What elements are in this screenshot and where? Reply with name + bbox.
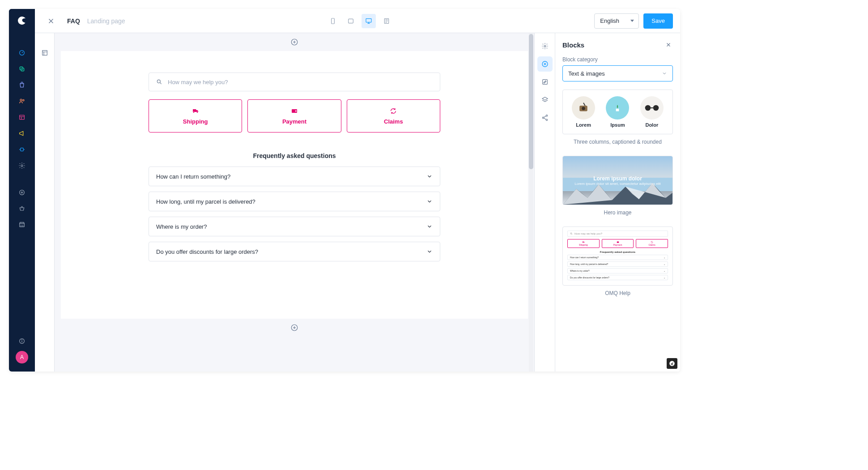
hero-subtitle: Lorem ipsum dolor sit amet, consectetur … bbox=[574, 182, 661, 186]
svg-point-59 bbox=[582, 107, 585, 111]
block-category-select[interactable]: Text & images bbox=[562, 65, 673, 81]
device-mobile-button[interactable] bbox=[326, 14, 340, 28]
shopware-logo-icon bbox=[17, 15, 27, 26]
nav-calendar[interactable] bbox=[9, 217, 35, 233]
truck-icon bbox=[191, 107, 200, 115]
gear-icon bbox=[541, 43, 549, 50]
hero-title: Lorem ipsum dolor bbox=[593, 175, 642, 182]
page-title: FAQ bbox=[67, 17, 80, 25]
nav-extensions[interactable] bbox=[9, 141, 35, 158]
chevron-down-icon bbox=[662, 71, 667, 76]
panel-layers-button[interactable] bbox=[537, 92, 553, 107]
panel-title: Blocks bbox=[562, 41, 584, 49]
panel-share-button[interactable] bbox=[537, 110, 553, 125]
omq-preview-search: How may we help you? bbox=[567, 231, 668, 237]
avatar: A bbox=[16, 351, 28, 363]
nav-content[interactable] bbox=[9, 109, 35, 125]
nav-dashboard[interactable] bbox=[9, 45, 35, 61]
thumbnail-circle bbox=[606, 96, 629, 120]
svg-line-55 bbox=[544, 118, 546, 120]
faq-question: How long, until my parcel is delivered? bbox=[156, 198, 255, 205]
chevron-down-icon bbox=[426, 173, 433, 179]
nav-add[interactable] bbox=[9, 184, 35, 201]
svg-rect-60 bbox=[616, 109, 619, 111]
nav-help[interactable] bbox=[9, 333, 35, 349]
topic-card-shipping[interactable]: Shipping bbox=[149, 99, 242, 132]
add-section-top-button[interactable] bbox=[55, 33, 534, 51]
symfony-debug-button[interactable] bbox=[667, 358, 677, 369]
add-section-bottom-button[interactable] bbox=[55, 319, 534, 337]
nav-marketing[interactable] bbox=[9, 125, 35, 141]
block-template-three-columns[interactable]: Lorem Ipsum Dolor bbox=[562, 90, 673, 134]
block-category-value: Text & images bbox=[568, 70, 605, 77]
device-tablet-button[interactable] bbox=[344, 14, 358, 28]
faq-question: Do you offer discounts for large orders? bbox=[156, 248, 258, 255]
help-search-input[interactable]: How may we help you? bbox=[149, 73, 440, 91]
svg-rect-49 bbox=[542, 80, 547, 85]
device-desktop-button[interactable] bbox=[362, 14, 376, 28]
nav-basket[interactable] bbox=[9, 201, 35, 217]
faq-item[interactable]: How can I return something? bbox=[149, 167, 440, 186]
svg-point-45 bbox=[544, 45, 546, 47]
topic-card-claims[interactable]: Claims bbox=[347, 99, 440, 132]
nav-user[interactable]: A bbox=[9, 349, 35, 365]
faq-item[interactable]: Where is my order? bbox=[149, 217, 440, 236]
storefront-icon bbox=[18, 221, 26, 228]
nav-settings[interactable] bbox=[9, 158, 35, 174]
scrollbar-thumb[interactable] bbox=[529, 34, 533, 169]
topic-label: Shipping bbox=[183, 118, 208, 125]
panel-edit-button[interactable] bbox=[537, 74, 553, 90]
panel-blocks-button[interactable] bbox=[537, 56, 553, 72]
svg-rect-32 bbox=[42, 51, 47, 56]
svg-line-69 bbox=[572, 234, 572, 235]
plant-icon bbox=[613, 101, 622, 115]
chevron-down-icon bbox=[426, 248, 433, 255]
omq-preview-faq-text: How can I return something? bbox=[570, 256, 599, 259]
blocks-panel: Blocks Block category Text & images bbox=[555, 33, 680, 372]
svg-rect-5 bbox=[20, 115, 25, 119]
column-caption: Dolor bbox=[645, 122, 658, 128]
panel-settings-button[interactable] bbox=[537, 38, 553, 54]
navigator-button[interactable] bbox=[38, 46, 52, 60]
close-icon bbox=[666, 42, 671, 47]
plus-circle-icon bbox=[290, 38, 298, 46]
language-select[interactable]: English bbox=[594, 13, 639, 29]
svg-rect-70 bbox=[583, 242, 584, 243]
symfony-icon bbox=[669, 360, 675, 367]
info-icon bbox=[18, 338, 26, 345]
topbar: FAQ Landing page English bbox=[35, 9, 680, 33]
topic-card-payment[interactable]: Payment bbox=[247, 99, 341, 132]
nav-customers[interactable] bbox=[9, 93, 35, 109]
omq-preview-faq: Do you offer discounts for large orders?… bbox=[567, 275, 668, 280]
gauge-icon bbox=[18, 49, 26, 56]
svg-marker-50 bbox=[542, 97, 548, 100]
canvas-wrap: How may we help you? Shipping Payment bbox=[55, 33, 534, 372]
svg-line-39 bbox=[160, 82, 161, 84]
faq-item[interactable]: How long, until my parcel is delivered? bbox=[149, 192, 440, 211]
omq-preview-card: Shipping bbox=[567, 239, 600, 248]
omq-preview-card: Claims bbox=[636, 239, 668, 248]
chevron-down-icon bbox=[426, 198, 433, 205]
nav-catalogues[interactable] bbox=[9, 61, 35, 77]
tablet-icon bbox=[347, 17, 355, 25]
nav-orders[interactable] bbox=[9, 77, 35, 93]
left-tool-strip bbox=[35, 33, 55, 372]
panel-close-button[interactable] bbox=[664, 40, 673, 49]
faq-item[interactable]: Do you offer discounts for large orders? bbox=[149, 242, 440, 261]
faq-question: Where is my order? bbox=[156, 223, 207, 230]
omq-preview-faq-text: Do you offer discounts for large orders? bbox=[570, 276, 609, 279]
svg-point-11 bbox=[21, 165, 23, 167]
topic-row: Shipping Payment Claims bbox=[149, 99, 440, 132]
svg-rect-41 bbox=[295, 110, 297, 111]
save-button[interactable]: Save bbox=[643, 13, 673, 29]
block-template-omq-help[interactable]: How may we help you? Shipping Payment bbox=[562, 226, 673, 286]
omq-preview-card-label: Shipping bbox=[579, 244, 587, 246]
plus-circle-icon bbox=[541, 60, 549, 68]
topic-label: Payment bbox=[282, 118, 306, 125]
close-editor-button[interactable] bbox=[42, 12, 60, 30]
device-preview-switcher bbox=[132, 14, 587, 28]
device-form-button[interactable] bbox=[379, 14, 394, 28]
faq-question: How can I return something? bbox=[156, 173, 230, 180]
block-template-hero-image[interactable]: Lorem ipsum dolor Lorem ipsum dolor sit … bbox=[562, 156, 673, 205]
canvas[interactable]: How may we help you? Shipping Payment bbox=[61, 51, 528, 319]
